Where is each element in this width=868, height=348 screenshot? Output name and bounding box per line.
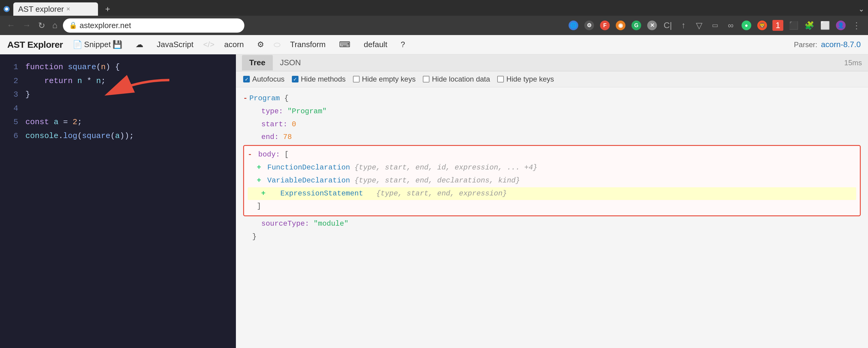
- body-toggle[interactable]: -: [248, 149, 252, 161]
- avatar[interactable]: 👤: [834, 19, 847, 32]
- help-button[interactable]: ?: [397, 38, 409, 51]
- type-line: type: "Program": [243, 105, 861, 118]
- extension-icon-14[interactable]: 1: [771, 19, 784, 32]
- app-bar-right: Parser: acorn-8.7.0: [794, 40, 861, 49]
- hide-type-keys-checkbox[interactable]: [497, 76, 504, 82]
- transform-label: Transform: [290, 40, 326, 49]
- program-close-line: }: [243, 231, 861, 243]
- autofocus-option[interactable]: Autofocus: [243, 75, 285, 83]
- code-content-1: function square(n) {: [25, 61, 120, 74]
- source-type-value: "module": [314, 218, 348, 230]
- ast-timing: 15ms: [844, 59, 862, 67]
- extension-icon-2[interactable]: ⚙: [583, 19, 596, 32]
- hide-location-checkbox[interactable]: [423, 76, 430, 82]
- separator-2: ⬭: [274, 40, 280, 49]
- code-line-5: 5 const a = 2;: [0, 115, 236, 129]
- language-button[interactable]: JavaScript: [153, 38, 197, 51]
- extension-icon-4[interactable]: ◉: [614, 19, 627, 32]
- extension-icon-11[interactable]: ∞: [724, 19, 737, 32]
- hide-empty-keys-checkbox[interactable]: [353, 76, 360, 82]
- more-options-button[interactable]: ⋮: [850, 19, 863, 32]
- cloud-button[interactable]: ☁: [132, 38, 147, 51]
- active-tab[interactable]: AST explorer ×: [13, 2, 98, 16]
- keyboard-icon: ⌨: [339, 40, 350, 49]
- code-content-6: console.log(square(a));: [25, 130, 134, 143]
- parser-prefix: Parser:: [794, 40, 817, 49]
- extension-icon-7[interactable]: C|: [661, 19, 675, 32]
- puzzle-icon[interactable]: 🧩: [803, 19, 816, 32]
- code-content-2: return n * n;: [25, 75, 105, 88]
- line-number-6: 6: [6, 130, 18, 143]
- line-number-2: 2: [6, 75, 18, 88]
- es-node[interactable]: ExpressionStatement: [280, 189, 363, 198]
- browser-chrome: AST explorer × + ⌄ ← → ↻ ⌂ 🔒 astexplorer…: [0, 0, 868, 35]
- ast-tree: - Program { type: "Program" start: 0: [236, 87, 868, 348]
- program-toggle[interactable]: -: [243, 93, 247, 105]
- browser-favicon: [4, 6, 10, 12]
- es-toggle[interactable]: +: [261, 189, 265, 198]
- hide-methods-option[interactable]: Hide methods: [292, 75, 346, 83]
- parser-button[interactable]: acorn: [220, 38, 247, 51]
- end-value: 78: [283, 131, 292, 143]
- default-button[interactable]: default: [360, 38, 391, 51]
- extension-icon-10[interactable]: ▭: [708, 19, 722, 32]
- parser-version-link[interactable]: acorn-8.7.0: [821, 40, 861, 49]
- separator-1: </>: [203, 40, 215, 49]
- program-node[interactable]: Program: [249, 93, 280, 105]
- window-controls[interactable]: ⌄: [858, 5, 864, 13]
- body-line: - body: [: [248, 148, 856, 161]
- back-button[interactable]: ←: [5, 19, 17, 32]
- code-line-1: 1 function square(n) {: [0, 61, 236, 74]
- ast-tabs: Tree JSON 15ms: [236, 55, 868, 71]
- snippet-button[interactable]: 📄 Snippet 💾: [69, 38, 126, 51]
- reload-button[interactable]: ↻: [36, 19, 47, 32]
- extension-icon-3[interactable]: F: [598, 19, 612, 32]
- parser-label: acorn: [224, 40, 244, 49]
- body-key: body:: [258, 149, 280, 161]
- source-type-line: sourceType: "module": [243, 217, 861, 231]
- extension-icon-12[interactable]: ●: [740, 19, 753, 32]
- cloud-icon: ☁: [135, 40, 143, 49]
- type-value: "Program": [287, 105, 327, 118]
- code-editor[interactable]: 1 function square(n) { 2 return n * n; 3…: [0, 55, 236, 348]
- source-type-key: sourceType:: [261, 218, 309, 230]
- sidebar-icon[interactable]: ⬜: [818, 19, 832, 32]
- extension-icon-5[interactable]: G: [630, 19, 643, 32]
- tab-close-button[interactable]: ×: [66, 5, 70, 13]
- extension-icon-15[interactable]: ⬛: [787, 19, 800, 32]
- vd-toggle[interactable]: +: [257, 175, 261, 187]
- hide-empty-keys-label: Hide empty keys: [362, 75, 415, 83]
- home-button[interactable]: ⌂: [51, 19, 59, 32]
- brave-icon[interactable]: 🦁: [755, 19, 769, 32]
- gear-button[interactable]: ⚙: [253, 38, 268, 51]
- hide-empty-keys-option[interactable]: Hide empty keys: [353, 75, 415, 83]
- extension-icon-6[interactable]: ✕: [645, 19, 659, 32]
- fd-props: {type, start, end, id, expression, ... +…: [354, 162, 537, 174]
- keyboard-button[interactable]: ⌨: [335, 38, 354, 51]
- transform-button[interactable]: Transform: [286, 38, 329, 51]
- extension-icon-1[interactable]: 🌐: [567, 19, 580, 32]
- forward-button[interactable]: →: [21, 19, 33, 32]
- address-text: astexplorer.net: [80, 21, 131, 30]
- new-tab-button[interactable]: +: [102, 3, 114, 15]
- vd-node[interactable]: VariableDeclaration: [267, 175, 350, 187]
- tab-tree[interactable]: Tree: [242, 55, 273, 70]
- fd-node[interactable]: FunctionDeclaration: [267, 162, 350, 174]
- es-props: {type, start, end, expression}: [376, 189, 507, 198]
- extension-icon-8[interactable]: ↑: [677, 19, 690, 32]
- code-line-6: 6 console.log(square(a));: [0, 129, 236, 143]
- hide-methods-label: Hide methods: [301, 75, 346, 83]
- tab-json[interactable]: JSON: [273, 55, 308, 70]
- address-bar[interactable]: 🔒 astexplorer.net: [63, 19, 244, 33]
- extension-icon-9[interactable]: ▽: [692, 19, 706, 32]
- autofocus-checkbox[interactable]: [243, 76, 250, 82]
- start-key: start:: [261, 118, 287, 131]
- hide-type-keys-option[interactable]: Hide type keys: [497, 75, 554, 83]
- app-title: AST Explorer: [7, 40, 63, 50]
- fd-toggle[interactable]: +: [257, 162, 261, 174]
- body-close-line: ]: [248, 200, 856, 213]
- help-icon: ?: [401, 40, 405, 49]
- line-number-1: 1: [6, 61, 18, 74]
- hide-location-option[interactable]: Hide location data: [423, 75, 490, 83]
- hide-methods-checkbox[interactable]: [292, 76, 299, 82]
